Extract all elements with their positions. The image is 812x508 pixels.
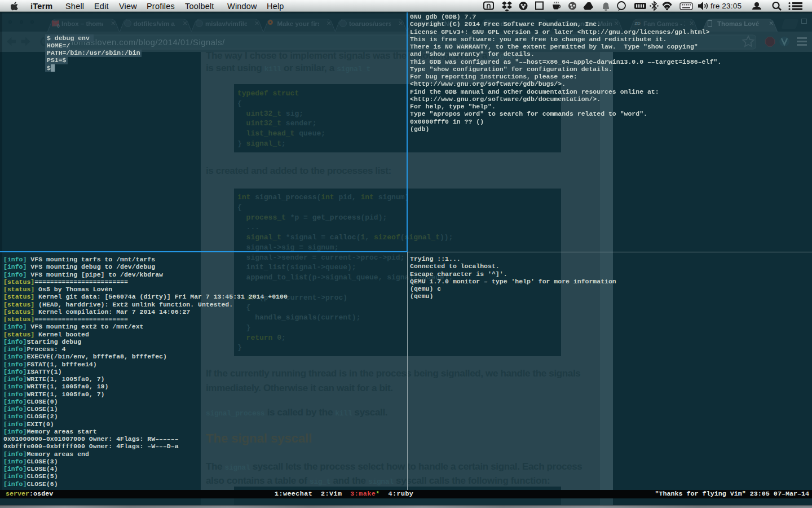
svg-text:fre 23:05: fre 23:05 bbox=[710, 2, 742, 10]
